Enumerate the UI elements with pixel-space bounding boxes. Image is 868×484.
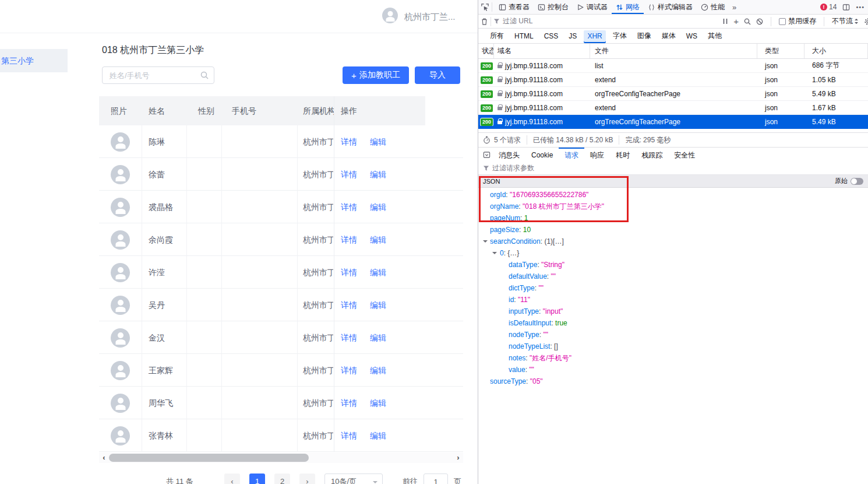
request-row[interactable]: 200 jyj.bmp.91118.com orgTreeConfigTeach… xyxy=(478,87,868,101)
tab-console[interactable]: 控制台 xyxy=(534,0,573,14)
disable-cache-checkbox[interactable]: 禁用缓存 xyxy=(779,16,816,26)
filter-images[interactable]: 图像 xyxy=(634,29,655,43)
param-filter-input[interactable]: 过滤请求参数 xyxy=(478,162,868,175)
sidebar-item-school[interactable]: 第三小学 xyxy=(0,49,68,72)
detail-link[interactable]: 详情 xyxy=(341,398,357,408)
stopwatch-icon xyxy=(483,136,491,144)
edit-link[interactable]: 编辑 xyxy=(370,366,386,375)
request-row[interactable]: 200 jyj.bmp.91118.com extend json 1.05 k… xyxy=(478,73,868,87)
scrollbar-thumb[interactable] xyxy=(109,454,309,462)
filter-xhr[interactable]: XHR xyxy=(584,30,605,42)
col-status[interactable]: 状态 xyxy=(478,44,494,58)
page-title: 018 杭州市丁兰第三小学 xyxy=(102,44,204,57)
filter-media[interactable]: 媒体 xyxy=(658,29,679,43)
json-section-header: JSON 原始 xyxy=(478,175,868,188)
edit-link[interactable]: 编辑 xyxy=(370,431,386,440)
detail-link[interactable]: 详情 xyxy=(341,235,357,244)
request-row[interactable]: 200 jyj.bmp.91118.com list json 686 字节 xyxy=(478,59,868,73)
edit-link[interactable]: 编辑 xyxy=(370,137,386,146)
dock-panel-icon[interactable] xyxy=(483,151,491,159)
page-1-button[interactable]: 1 xyxy=(249,474,265,484)
import-button[interactable]: 导入 xyxy=(415,66,460,84)
filter-js[interactable]: JS xyxy=(565,30,580,42)
tab-stacktrace[interactable]: 栈跟踪 xyxy=(636,148,668,163)
edit-link[interactable]: 编辑 xyxy=(370,202,386,212)
detail-link[interactable]: 详情 xyxy=(341,333,357,342)
staff-avatar-icon xyxy=(111,296,130,315)
chevron-down-icon xyxy=(373,481,377,484)
filter-other[interactable]: 其他 xyxy=(704,29,725,43)
detail-link[interactable]: 详情 xyxy=(341,202,357,212)
json-entry: 0{…} xyxy=(478,247,868,259)
table-row: 余尚霞 杭州市丁 详情编辑 xyxy=(99,223,463,256)
edit-link[interactable]: 编辑 xyxy=(370,268,386,277)
screen: 杭州市丁兰... 第三小学 018 杭州市丁兰第三小学 + 添加教职工 导入 照… xyxy=(0,0,868,484)
detail-link[interactable]: 详情 xyxy=(341,137,357,146)
add-staff-button[interactable]: + 添加教职工 xyxy=(343,66,409,84)
filter-ws[interactable]: WS xyxy=(683,30,701,42)
edit-link[interactable]: 编辑 xyxy=(370,398,386,408)
edit-link[interactable]: 编辑 xyxy=(370,235,386,244)
scroll-right-button[interactable]: › xyxy=(453,453,463,463)
filter-html[interactable]: HTML xyxy=(511,30,537,42)
page-2-button[interactable]: 2 xyxy=(274,474,290,484)
tab-headers[interactable]: 消息头 xyxy=(493,148,525,163)
detail-link[interactable]: 详情 xyxy=(341,366,357,375)
col-file[interactable]: 文件 xyxy=(590,44,757,58)
tab-inspector[interactable]: 查看器 xyxy=(495,0,534,14)
expander-icon[interactable] xyxy=(492,252,497,257)
tab-network[interactable]: 网络 xyxy=(612,0,644,14)
goto-page-input[interactable] xyxy=(424,474,448,484)
col-type[interactable]: 类型 xyxy=(757,44,805,58)
search-icon[interactable] xyxy=(744,18,751,25)
more-tabs-button[interactable]: » xyxy=(729,3,740,12)
request-row-selected[interactable]: 200 jyj.bmp.91118.com orgTreeConfigTeach… xyxy=(478,115,868,129)
settings-gear-icon[interactable] xyxy=(864,17,868,26)
prev-page-button[interactable]: ‹ xyxy=(224,474,240,484)
tab-performance[interactable]: 性能 xyxy=(697,0,729,14)
tab-debugger[interactable]: 调试器 xyxy=(573,0,612,14)
filter-url-input[interactable]: 过滤 URL xyxy=(493,16,532,26)
add-icon[interactable]: + xyxy=(733,16,739,26)
user-avatar-icon[interactable] xyxy=(382,8,398,23)
staff-avatar-icon xyxy=(111,361,130,380)
edit-link[interactable]: 编辑 xyxy=(370,300,386,310)
tab-timings[interactable]: 耗时 xyxy=(610,148,636,163)
tab-cookies[interactable]: Cookie xyxy=(525,148,559,163)
col-size[interactable]: 大小 xyxy=(805,44,868,58)
expander-icon[interactable] xyxy=(483,240,488,245)
raw-toggle[interactable] xyxy=(851,178,863,185)
tab-security[interactable]: 安全性 xyxy=(668,148,701,163)
scroll-left-button[interactable]: ‹ xyxy=(99,453,109,463)
detail-link[interactable]: 详情 xyxy=(341,170,357,179)
search-icon[interactable] xyxy=(200,71,209,79)
block-icon[interactable] xyxy=(756,18,763,25)
col-domain[interactable]: 域名 xyxy=(494,44,590,58)
col-phone: 手机号 xyxy=(232,96,256,125)
filter-css[interactable]: CSS xyxy=(541,30,562,42)
request-row[interactable]: 200 jyj.bmp.91118.com extend json 1.67 k… xyxy=(478,101,868,115)
next-page-button[interactable]: › xyxy=(299,474,315,484)
search-input[interactable] xyxy=(110,67,191,83)
clear-requests-icon[interactable] xyxy=(481,17,488,26)
staff-avatar-icon xyxy=(111,328,130,348)
pick-element-icon[interactable] xyxy=(481,3,489,12)
user-name[interactable]: 杭州市丁兰... xyxy=(404,0,456,33)
filter-fonts[interactable]: 字体 xyxy=(609,29,630,43)
pause-icon[interactable] xyxy=(722,18,728,24)
tab-response[interactable]: 响应 xyxy=(584,148,610,163)
detail-link[interactable]: 详情 xyxy=(341,300,357,310)
error-count-badge[interactable]: ! 14 xyxy=(820,3,837,11)
split-console-icon[interactable] xyxy=(842,3,850,11)
detail-link[interactable]: 详情 xyxy=(341,268,357,277)
page-size-select[interactable]: 10条/页 xyxy=(324,474,383,484)
tab-request[interactable]: 请求 xyxy=(559,148,584,163)
network-request-list: 200 jyj.bmp.91118.com list json 686 字节 2… xyxy=(478,59,868,129)
tab-style-editor[interactable]: 样式编辑器 xyxy=(644,0,697,14)
throttle-select[interactable]: 不节流 xyxy=(832,16,859,26)
detail-link[interactable]: 详情 xyxy=(341,431,357,440)
edit-link[interactable]: 编辑 xyxy=(370,170,386,179)
edit-link[interactable]: 编辑 xyxy=(370,333,386,342)
filter-all[interactable]: 所有 xyxy=(486,29,507,43)
devtools-menu-icon[interactable]: ••• xyxy=(856,3,865,10)
